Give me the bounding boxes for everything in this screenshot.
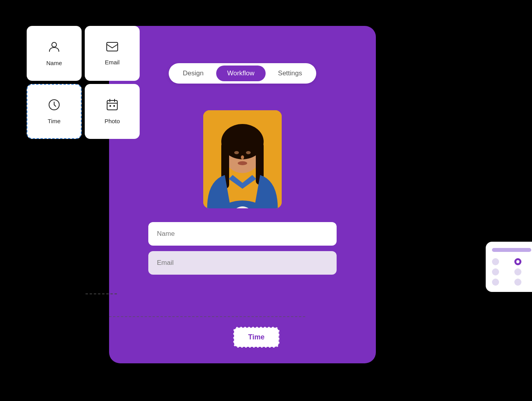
dashed-line-horizontal (109, 316, 305, 317)
component-name[interactable]: Name (27, 26, 82, 81)
time-badge-label: Time (248, 333, 264, 341)
form-area (148, 222, 337, 275)
tab-settings[interactable]: Settings (267, 66, 313, 81)
component-panel: Name Email Time (27, 26, 140, 139)
main-card: Design Workflow Settings (109, 26, 376, 363)
component-time-label: Time (48, 118, 61, 124)
component-name-label: Name (46, 60, 62, 66)
tab-bar: Design Workflow Settings (169, 63, 316, 84)
name-field[interactable] (148, 222, 337, 246)
svg-point-8 (246, 151, 251, 154)
svg-rect-16 (113, 105, 115, 107)
tab-workflow-label: Workflow (227, 69, 255, 77)
clock-icon (48, 98, 60, 114)
svg-rect-15 (109, 105, 111, 107)
radio-panel (486, 242, 532, 292)
svg-rect-14 (107, 100, 117, 110)
radio-dot-3-2[interactable] (514, 279, 521, 286)
radio-dot-1-2[interactable] (514, 258, 521, 265)
component-email[interactable]: Email (85, 26, 140, 81)
tab-design-label: Design (183, 69, 204, 77)
radio-dot-3-1[interactable] (492, 279, 499, 286)
tab-design[interactable]: Design (172, 66, 215, 81)
svg-point-9 (241, 155, 244, 159)
tab-workflow[interactable]: Workflow (216, 66, 266, 81)
radio-dot-1-1[interactable] (492, 258, 499, 265)
component-time[interactable]: Time (27, 84, 82, 139)
component-photo-label: Photo (104, 118, 120, 124)
photo-area (203, 110, 282, 208)
radio-row-1 (492, 258, 532, 265)
svg-point-11 (52, 42, 56, 47)
svg-point-7 (234, 151, 239, 154)
radio-panel-header-bar (492, 248, 531, 252)
dashed-connector-line (86, 293, 117, 294)
email-field[interactable] (148, 251, 337, 275)
svg-point-10 (238, 161, 247, 165)
radio-dot-2-1[interactable] (492, 268, 499, 275)
radio-row-2 (492, 268, 532, 275)
email-icon (106, 41, 118, 55)
svg-rect-12 (107, 42, 118, 51)
radio-dot-2-2[interactable] (514, 268, 521, 275)
component-photo[interactable]: Photo (85, 84, 140, 139)
component-email-label: Email (105, 59, 120, 66)
scene: Design Workflow Settings (31, 14, 501, 387)
radio-row-3 (492, 279, 532, 286)
person-icon (48, 40, 60, 56)
calendar-icon (106, 98, 118, 114)
time-badge[interactable]: Time (233, 327, 279, 348)
tab-settings-label: Settings (278, 69, 302, 77)
